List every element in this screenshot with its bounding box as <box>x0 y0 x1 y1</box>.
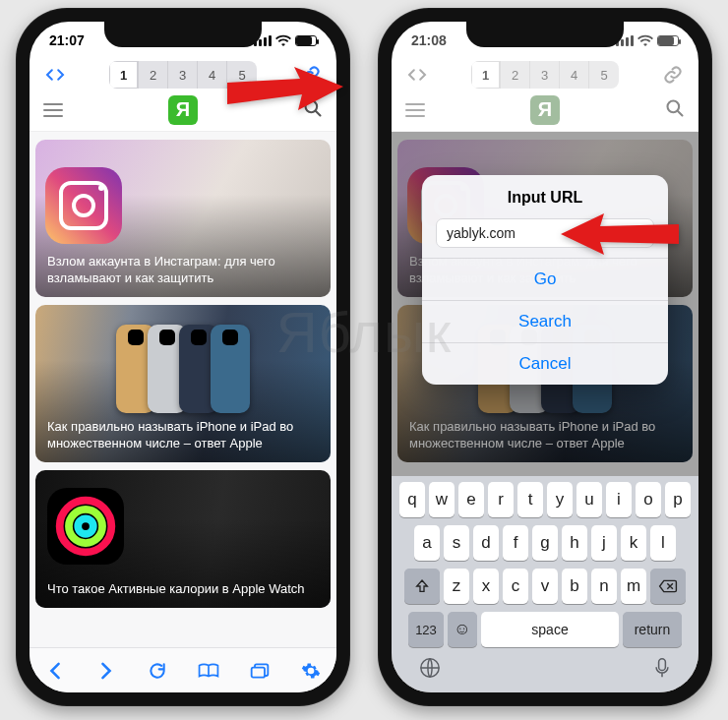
battery-icon <box>295 35 317 46</box>
svg-marker-7 <box>561 213 679 255</box>
key-z[interactable]: z <box>444 569 469 604</box>
key-i[interactable]: i <box>606 482 632 517</box>
battery-icon <box>657 35 679 46</box>
key-row-2: a s d f g h j k l <box>395 525 695 561</box>
key-k[interactable]: k <box>621 525 646 561</box>
reload-button[interactable] <box>143 656 172 686</box>
search-icon[interactable] <box>665 98 685 122</box>
key-w[interactable]: w <box>429 482 455 517</box>
keyboard-footer <box>395 655 695 689</box>
tab-2[interactable]: 2 <box>139 61 168 89</box>
shift-key[interactable] <box>404 569 440 604</box>
article-headline: Взлом аккаунта в Инстаграм: для чего взл… <box>35 244 331 297</box>
key-r[interactable]: r <box>488 482 514 517</box>
settings-button[interactable] <box>296 656 326 686</box>
svg-rect-9 <box>659 659 666 671</box>
key-o[interactable]: o <box>636 482 661 517</box>
key-x[interactable]: x <box>473 569 499 604</box>
key-j[interactable]: j <box>591 525 617 561</box>
app-top-bar: 1 2 3 4 5 <box>392 59 698 92</box>
article-card[interactable]: Взлом аккаунта в Инстаграм: для чего взл… <box>35 140 331 297</box>
menu-icon[interactable] <box>405 103 425 117</box>
tab-segmented: 1 2 3 4 5 <box>439 61 651 89</box>
go-button[interactable]: Go <box>422 258 668 300</box>
phone-left: 21:07 1 2 3 4 5 <box>16 8 350 706</box>
svg-point-3 <box>78 518 93 534</box>
tab-3[interactable]: 3 <box>168 61 198 89</box>
key-q[interactable]: q <box>399 482 425 517</box>
key-a[interactable]: a <box>414 525 440 561</box>
key-f[interactable]: f <box>503 525 528 561</box>
key-b[interactable]: b <box>562 569 587 604</box>
activity-rings-icon <box>47 488 124 565</box>
article-headline: Что такое Активные калории в Apple Watch <box>35 571 317 608</box>
site-logo[interactable]: Я <box>530 95 560 125</box>
feed[interactable]: Взлом аккаунта в Инстаграм: для чего взл… <box>30 132 336 647</box>
key-row-3: z x c v b n m <box>395 569 695 604</box>
bottom-toolbar <box>30 647 336 692</box>
site-logo[interactable]: Я <box>168 95 198 125</box>
numbers-key[interactable]: 123 <box>408 612 444 647</box>
phone-right: 21:08 1 2 3 4 5 <box>378 8 712 706</box>
site-header: Я <box>392 92 698 132</box>
backspace-key[interactable] <box>650 569 686 604</box>
article-headline: Как правильно называть iPhone и iPad во … <box>35 409 331 462</box>
key-s[interactable]: s <box>444 525 469 561</box>
wifi-icon <box>275 34 291 46</box>
wifi-icon <box>637 34 653 46</box>
forward-button[interactable] <box>91 656 121 686</box>
article-card[interactable]: Как правильно называть iPhone и iPad во … <box>35 305 331 462</box>
tab-1[interactable]: 1 <box>109 61 139 89</box>
back-button[interactable] <box>40 656 70 686</box>
notch <box>466 22 624 47</box>
menu-icon[interactable] <box>43 103 63 117</box>
tab-4[interactable]: 4 <box>560 61 589 89</box>
svg-marker-5 <box>227 67 343 110</box>
tab-2[interactable]: 2 <box>501 61 530 89</box>
key-p[interactable]: p <box>665 482 691 517</box>
key-u[interactable]: u <box>576 482 602 517</box>
key-c[interactable]: c <box>503 569 528 604</box>
key-l[interactable]: l <box>650 525 676 561</box>
key-v[interactable]: v <box>532 569 558 604</box>
key-g[interactable]: g <box>532 525 558 561</box>
link-icon[interactable] <box>659 61 687 89</box>
svg-point-2 <box>69 510 102 543</box>
svg-rect-4 <box>252 667 265 677</box>
notch <box>104 22 262 47</box>
key-m[interactable]: m <box>621 569 646 604</box>
key-t[interactable]: t <box>517 482 543 517</box>
article-card[interactable]: Что такое Активные калории в Apple Watch <box>35 470 331 608</box>
tab-3[interactable]: 3 <box>530 61 560 89</box>
key-d[interactable]: d <box>473 525 499 561</box>
globe-icon[interactable] <box>419 657 441 679</box>
input-url-dialog: Input URL yablyk.com Go Search Cancel <box>422 175 668 385</box>
emoji-key[interactable]: ☺ <box>448 612 477 647</box>
annotation-arrow <box>227 67 345 126</box>
mic-icon[interactable] <box>653 657 671 679</box>
code-icon[interactable] <box>403 61 431 89</box>
clock: 21:07 <box>49 32 85 48</box>
key-e[interactable]: e <box>458 482 484 517</box>
instagram-icon <box>45 167 122 244</box>
ios-keyboard: q w e r t y u i o p a s d f g h <box>392 476 698 692</box>
return-key[interactable]: return <box>623 612 682 647</box>
key-y[interactable]: y <box>547 482 573 517</box>
bookmarks-button[interactable] <box>194 656 223 686</box>
key-row-1: q w e r t y u i o p <box>395 482 695 517</box>
annotation-arrow <box>561 211 679 257</box>
tab-4[interactable]: 4 <box>198 61 227 89</box>
key-row-4: 123 ☺ space return <box>395 612 695 647</box>
space-key[interactable]: space <box>481 612 619 647</box>
cancel-button[interactable]: Cancel <box>422 342 668 385</box>
code-icon[interactable] <box>41 61 69 89</box>
key-h[interactable]: h <box>562 525 587 561</box>
iphones-illustration <box>45 315 321 423</box>
dialog-title: Input URL <box>422 175 668 214</box>
search-button[interactable]: Search <box>422 300 668 342</box>
clock: 21:08 <box>411 32 447 48</box>
tabs-button[interactable] <box>245 656 274 686</box>
key-n[interactable]: n <box>591 569 617 604</box>
tab-5[interactable]: 5 <box>589 61 619 89</box>
tab-1[interactable]: 1 <box>471 61 501 89</box>
